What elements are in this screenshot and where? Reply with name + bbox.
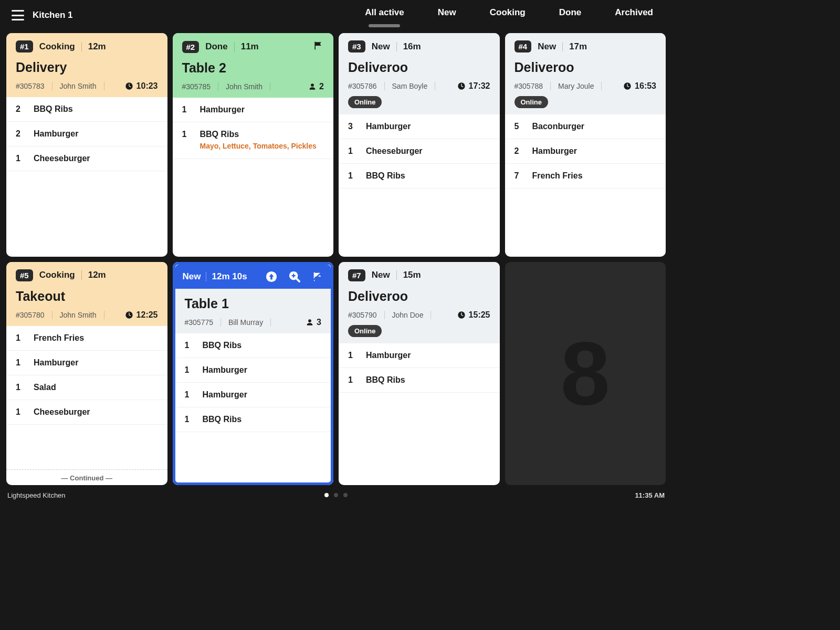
age-label: 15m bbox=[403, 270, 421, 280]
list-item[interactable]: 2Hamburger bbox=[505, 139, 666, 164]
order-number-chip: #7 bbox=[348, 269, 365, 281]
page-dots[interactable] bbox=[324, 493, 348, 497]
list-item[interactable]: 1French Fries bbox=[6, 326, 167, 351]
page-dot-2[interactable] bbox=[334, 493, 338, 497]
orders-grid: #1 Cooking 12m Delivery #305783 John Smi… bbox=[0, 30, 672, 488]
move-up-button[interactable] bbox=[266, 271, 277, 282]
items-list: 1Hamburger 1BBQ Ribs bbox=[339, 343, 500, 486]
item-name: French Fries bbox=[34, 333, 84, 343]
guests-meta: 3 bbox=[306, 318, 321, 327]
list-item[interactable]: 3Hamburger bbox=[339, 114, 500, 139]
divider bbox=[435, 82, 435, 90]
divider bbox=[550, 82, 551, 90]
item-qty: 1 bbox=[182, 105, 191, 114]
list-item[interactable]: 1Hamburger bbox=[339, 343, 500, 368]
list-item[interactable]: 2Hamburger bbox=[6, 122, 167, 146]
continued-indicator[interactable]: — Continued — bbox=[6, 469, 167, 485]
item-name: Salad bbox=[34, 383, 56, 392]
age-label: 12m bbox=[88, 41, 106, 52]
list-item[interactable]: 1Salad bbox=[6, 375, 167, 400]
age-label: 12m 10s bbox=[212, 271, 247, 282]
list-item[interactable]: 7French Fries bbox=[505, 164, 666, 188]
item-qty: 2 bbox=[16, 129, 24, 139]
list-item[interactable]: 2BBQ Ribs bbox=[6, 97, 167, 122]
clock-icon bbox=[125, 311, 133, 319]
order-title: Deliveroo bbox=[348, 289, 490, 304]
divider bbox=[562, 42, 563, 51]
tab-new[interactable]: New bbox=[436, 2, 458, 28]
menu-button[interactable] bbox=[12, 10, 24, 20]
time-value: 15:25 bbox=[469, 310, 490, 320]
card-header: #3 New 16m Deliveroo #305786 Sam Boyle 1… bbox=[339, 33, 500, 114]
list-item[interactable]: 1Hamburger bbox=[6, 351, 167, 375]
order-number-chip: #2 bbox=[182, 41, 200, 53]
topbar-left: Kitchen 1 bbox=[12, 10, 73, 20]
order-id: #305790 bbox=[348, 311, 377, 319]
tab-archived[interactable]: Archived bbox=[613, 2, 655, 28]
order-card[interactable]: #1 Cooking 12m Delivery #305783 John Smi… bbox=[6, 33, 167, 257]
tab-done[interactable]: Done bbox=[557, 2, 584, 28]
order-number-chip: #1 bbox=[16, 40, 33, 52]
item-qty: 1 bbox=[182, 130, 191, 139]
item-qty: 5 bbox=[514, 122, 523, 131]
list-item[interactable]: 1Hamburger bbox=[173, 98, 334, 122]
order-title: Table 2 bbox=[182, 60, 324, 76]
list-item[interactable]: 1Hamburger bbox=[175, 358, 331, 383]
list-item[interactable]: 1BBQ Ribs bbox=[339, 164, 500, 188]
order-title: Deliveroo bbox=[348, 60, 490, 75]
time-meta: 15:25 bbox=[457, 310, 490, 320]
list-item[interactable]: 1Cheeseburger bbox=[6, 146, 167, 171]
item-qty: 1 bbox=[16, 358, 24, 368]
item-qty: 1 bbox=[16, 333, 24, 343]
order-card[interactable]: #3 New 16m Deliveroo #305786 Sam Boyle 1… bbox=[339, 33, 500, 257]
divider bbox=[384, 82, 385, 90]
card-row1: #7 New 15m bbox=[348, 269, 490, 281]
items-list: 1French Fries 1Hamburger 1Salad 1Cheeseb… bbox=[6, 326, 167, 486]
card-row2: #305775 Bill Murray 3 bbox=[185, 318, 322, 327]
order-card-selected[interactable]: New 12m 10s Table 1 #305775 Bill Murray bbox=[173, 262, 334, 486]
list-item[interactable]: 1 BBQ Ribs Mayo, Lettuce, Tomatoes, Pick… bbox=[173, 122, 334, 159]
list-item[interactable]: 5Baconburger bbox=[505, 114, 666, 139]
order-card[interactable]: #7 New 15m Deliveroo #305790 John Doe 15… bbox=[339, 262, 500, 486]
zoom-button[interactable] bbox=[289, 271, 300, 282]
page-dot-3[interactable] bbox=[343, 493, 348, 497]
divider bbox=[206, 272, 206, 281]
time-value: 17:32 bbox=[469, 81, 490, 91]
card-row2: #305785 John Smith 2 bbox=[182, 82, 324, 91]
item-name: Cheeseburger bbox=[366, 146, 423, 156]
item-modifiers: Mayo, Lettuce, Tomatoes, Pickles bbox=[200, 141, 317, 151]
item-name: Hamburger bbox=[203, 365, 247, 375]
unflag-button[interactable] bbox=[312, 271, 323, 282]
server-name: John Doe bbox=[392, 311, 424, 319]
online-badge: Online bbox=[348, 325, 382, 337]
list-item[interactable]: 1Hamburger bbox=[175, 383, 331, 407]
empty-slot: 8 bbox=[505, 262, 666, 486]
flag-icon[interactable] bbox=[312, 40, 324, 53]
list-item[interactable]: 1Cheeseburger bbox=[339, 139, 500, 164]
card-actions bbox=[266, 271, 323, 282]
list-item[interactable]: 1Cheeseburger bbox=[6, 400, 167, 425]
item-qty: 1 bbox=[348, 146, 356, 156]
age-label: 12m bbox=[88, 270, 106, 280]
clock-icon bbox=[457, 82, 466, 90]
tab-all-active[interactable]: All active bbox=[363, 2, 406, 28]
divider bbox=[384, 311, 385, 319]
tab-cooking[interactable]: Cooking bbox=[488, 2, 528, 28]
card-header: #4 New 17m Deliveroo #305788 Mary Joule … bbox=[505, 33, 666, 114]
order-card[interactable]: #4 New 17m Deliveroo #305788 Mary Joule … bbox=[505, 33, 666, 257]
order-card[interactable]: #5 Cooking 12m Takeout #305780 John Smit… bbox=[6, 262, 167, 486]
page-dot-1[interactable] bbox=[324, 493, 329, 497]
list-item[interactable]: 1BBQ Ribs bbox=[339, 368, 500, 393]
online-badge: Online bbox=[348, 96, 382, 108]
item-qty: 1 bbox=[348, 375, 356, 385]
status-label: New bbox=[372, 41, 390, 52]
online-badge: Online bbox=[514, 96, 548, 108]
order-card[interactable]: #2 Done 11m Table 2 #305785 John Smith 2 bbox=[173, 33, 334, 257]
item-name: Hamburger bbox=[532, 146, 577, 156]
list-item[interactable]: 1BBQ Ribs bbox=[175, 333, 331, 358]
order-id: #305783 bbox=[16, 82, 45, 90]
list-item[interactable]: 1BBQ Ribs bbox=[175, 407, 331, 432]
item-qty: 1 bbox=[16, 407, 24, 417]
divider bbox=[104, 82, 104, 90]
status-label: Cooking bbox=[39, 41, 75, 52]
